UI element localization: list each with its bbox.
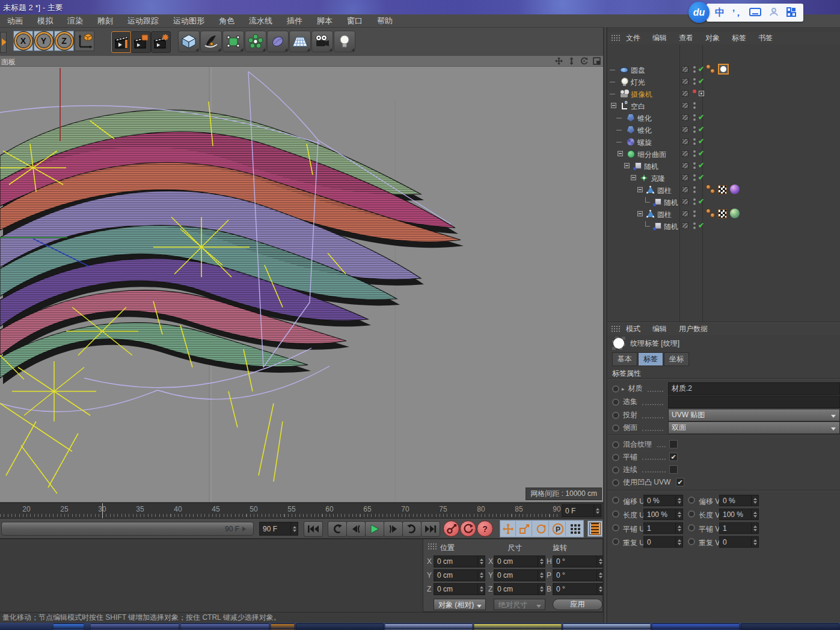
autokey-button[interactable] <box>460 521 476 537</box>
key-parameter-toggle[interactable]: P <box>550 521 566 536</box>
axis-lock-x-button[interactable]: X <box>13 31 33 51</box>
object-row-锥化[interactable]: 锥化✔ <box>607 112 840 124</box>
ime-toolbar[interactable]: du 中 ’， <box>688 2 803 23</box>
object-label[interactable]: 锥化 <box>637 114 652 124</box>
taskbar-item-0[interactable] <box>53 623 84 630</box>
layer-swatch[interactable] <box>682 126 688 133</box>
visibility-dots[interactable] <box>693 174 696 177</box>
expand-arrow-icon[interactable]: ▸ <box>622 386 625 392</box>
render-view-button[interactable] <box>111 31 131 53</box>
object-label[interactable]: 克隆 <box>651 174 665 184</box>
enabled-check-icon[interactable]: ✔ <box>698 65 704 73</box>
am-menu-编辑[interactable]: 编辑 <box>646 324 673 334</box>
size-X-field-spinner[interactable] <box>538 556 545 567</box>
visibility-dots[interactable] <box>693 102 696 105</box>
uv-field-平铺 U-spinner[interactable] <box>675 523 682 533</box>
object-label[interactable]: 摄像机 <box>631 90 652 100</box>
goto-start-button[interactable] <box>304 521 323 537</box>
object-row-锥化[interactable]: 锥化✔ <box>607 124 840 136</box>
object-row-摄像机[interactable]: 摄像机 <box>607 88 840 100</box>
enabled-check-icon[interactable]: ✔ <box>698 197 704 206</box>
viewport-canvas[interactable]: 网格间距 : 10000 cm <box>0 67 603 502</box>
viewport-header[interactable]: 面板 <box>0 56 603 67</box>
uv-field-偏移 U-spinner[interactable] <box>675 495 682 506</box>
attr-dropdown[interactable]: 双面 <box>668 421 840 434</box>
visibility-dots[interactable] <box>693 210 696 213</box>
object-label[interactable]: 圆柱 <box>657 210 672 220</box>
tag-orange-dots[interactable] <box>706 64 716 75</box>
size-X-field[interactable]: 0 cm <box>494 555 545 567</box>
taskbar-item-8[interactable] <box>652 623 740 630</box>
key-position-toggle[interactable] <box>500 521 516 536</box>
current-frame-field[interactable]: 0 F <box>562 504 601 517</box>
object-row-随机[interactable]: 随机✔ <box>607 160 840 172</box>
menu-item-角色[interactable]: 角色 <box>212 16 242 26</box>
layer-swatch[interactable] <box>682 90 688 97</box>
size-Y-field[interactable]: 0 cm <box>494 569 545 581</box>
enabled-check-icon[interactable]: ✔ <box>698 125 704 133</box>
object-label[interactable]: 细分曲面 <box>637 150 666 160</box>
layer-swatch[interactable] <box>682 78 688 85</box>
animation-dot[interactable] <box>688 538 695 545</box>
add-primitive-button[interactable] <box>178 31 200 52</box>
menu-item-插件[interactable]: 插件 <box>280 16 310 26</box>
size-Y-field-spinner[interactable] <box>538 570 545 581</box>
material-tag-green[interactable] <box>730 209 740 218</box>
animation-dot[interactable] <box>612 524 619 531</box>
om-menu-对象[interactable]: 对象 <box>699 33 726 43</box>
expander-icon[interactable] <box>618 151 623 156</box>
viewport-zoom-icon[interactable] <box>568 57 575 67</box>
object-label[interactable]: 空白 <box>631 102 645 112</box>
floor-grid-button[interactable] <box>289 31 311 52</box>
next-key-button[interactable] <box>402 521 422 537</box>
panel-grip[interactable] <box>611 34 620 41</box>
viewport-pan-icon[interactable] <box>555 57 563 67</box>
visibility-dots[interactable] <box>693 186 696 189</box>
rotation-B-field[interactable]: 0 ° <box>553 583 604 595</box>
attr-dropdown[interactable]: UVW 贴图 <box>668 409 840 421</box>
uv-field-平铺 U[interactable]: 1 <box>643 522 683 534</box>
light-button[interactable] <box>334 31 355 52</box>
layer-swatch[interactable] <box>682 150 688 157</box>
object-row-随机[interactable]: 随机✔ <box>607 196 840 208</box>
expander-icon[interactable] <box>611 103 616 108</box>
animation-dot[interactable] <box>612 497 619 504</box>
checkbox-使用凹凸 UVW[interactable]: ✔ <box>676 478 684 486</box>
current-frame-spinner[interactable] <box>593 505 601 516</box>
uv-field-偏移 U[interactable]: 0 % <box>643 495 683 506</box>
tab-标签[interactable]: 标签 <box>638 352 663 366</box>
end-frame-spinner[interactable] <box>290 522 298 535</box>
layer-swatch[interactable] <box>682 222 688 229</box>
uv-field-长度 V[interactable]: 100 % <box>719 509 759 520</box>
menu-item-窗口[interactable]: 窗口 <box>340 16 370 26</box>
taskbar-item-1[interactable] <box>90 623 179 630</box>
checkbox-混合纹理[interactable] <box>669 440 678 448</box>
uv-field-长度 V-spinner[interactable] <box>751 509 758 519</box>
enabled-check-icon[interactable]: ✔ <box>698 221 704 230</box>
am-menu-模式[interactable]: 模式 <box>620 324 646 334</box>
taskbar-item-4[interactable] <box>296 623 384 630</box>
ime-punctuation-toggle[interactable]: ’， <box>732 7 741 19</box>
camera-active-icon[interactable] <box>699 91 704 96</box>
expander-icon[interactable] <box>631 175 636 180</box>
object-row-圆柱[interactable]: 圆柱 <box>607 208 840 220</box>
enabled-check-icon[interactable]: ✔ <box>698 161 704 170</box>
expander-icon[interactable] <box>637 187 643 192</box>
menu-item-脚本[interactable]: 脚本 <box>310 16 340 26</box>
am-menu-用户数据[interactable]: 用户数据 <box>673 324 714 334</box>
menu-item-帮助[interactable]: 帮助 <box>370 16 400 26</box>
ime-grid-icon[interactable] <box>786 7 796 19</box>
ime-language-toggle[interactable]: 中 <box>715 7 725 19</box>
animation-dot[interactable] <box>612 424 619 432</box>
rotation-H-field[interactable]: 0 ° <box>553 555 604 567</box>
taskbar-item-3[interactable] <box>271 623 295 630</box>
visibility-dots[interactable] <box>693 126 696 129</box>
menu-item-雕刻[interactable]: 雕刻 <box>90 16 120 26</box>
object-row-克隆[interactable]: 克隆✔ <box>607 172 840 184</box>
coordinate-system-button[interactable] <box>75 31 94 51</box>
tab-基本[interactable]: 基本 <box>612 352 637 366</box>
animation-dot[interactable] <box>612 454 619 461</box>
object-row-圆盘[interactable]: 圆盘✔ <box>607 64 840 76</box>
uv-field-平铺 V-spinner[interactable] <box>751 523 758 533</box>
viewport-rotate-icon[interactable] <box>580 57 588 67</box>
